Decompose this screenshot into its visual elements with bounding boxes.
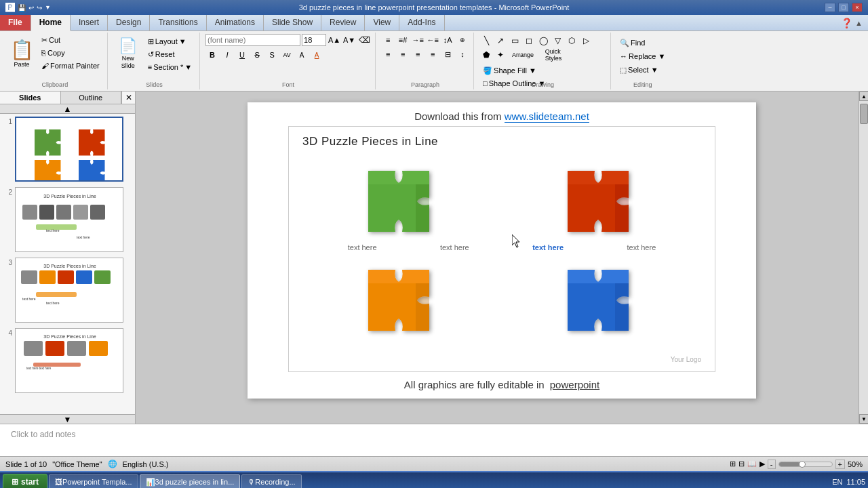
clear-format-btn[interactable]: ⌫	[357, 34, 371, 46]
decrease-indent-button[interactable]: ←≡	[426, 34, 439, 46]
char-spacing-button[interactable]: AV	[280, 49, 294, 61]
view-slide-sorter-icon[interactable]: ⊟	[738, 460, 745, 468]
zoom-thumb[interactable]	[799, 461, 806, 468]
quick-styles-button[interactable]: QuickStyles	[538, 48, 568, 62]
view-normal-icon[interactable]: ⊞	[730, 460, 736, 468]
quick-access-redo[interactable]: ↪	[37, 4, 42, 12]
help-icon[interactable]: ❓	[841, 18, 852, 28]
shadow-button[interactable]: S	[265, 49, 279, 61]
tab-animations[interactable]: Animations	[207, 15, 264, 30]
taskbar-item-3[interactable]: 🎙 Recording...	[241, 474, 301, 488]
view-reading-icon[interactable]: 📖	[747, 460, 757, 468]
paste-button[interactable]: 📋 Paste	[7, 34, 37, 75]
view-slideshow-icon[interactable]: ▶	[760, 460, 765, 468]
line-spacing-button[interactable]: ↕	[456, 48, 469, 60]
close-button[interactable]: ×	[852, 3, 863, 12]
font-size-increase[interactable]: A▲	[328, 34, 341, 46]
format-painter-button[interactable]: 🖌 Format Painter	[38, 60, 103, 72]
convert-smartart-button[interactable]: ⊕	[456, 34, 469, 46]
cut-button[interactable]: ✂ Cut	[38, 34, 103, 46]
scroll-up-button[interactable]: ▲	[859, 92, 868, 101]
tab-addins[interactable]: Add-Ins	[399, 15, 444, 30]
shape-btn-7[interactable]: ⬡	[565, 34, 578, 47]
shape-btn-9[interactable]: ⬟	[479, 48, 493, 62]
scroll-thumb-v[interactable]	[860, 104, 868, 124]
notes-area[interactable]: Click to add notes	[0, 424, 868, 456]
quick-access-dropdown[interactable]: ▼	[45, 4, 51, 11]
taskbar-item-1[interactable]: 🖼 Powerpoint Templa...	[49, 474, 138, 488]
shape-fill-button[interactable]: 🪣 Shape Fill ▼	[479, 64, 553, 77]
panel-scroll-up[interactable]: ▲	[0, 104, 135, 114]
shape-btn-5[interactable]: ◯	[536, 34, 550, 47]
tab-outline[interactable]: Outline	[61, 92, 122, 104]
italic-button[interactable]: I	[220, 49, 234, 61]
slide-thumb-2[interactable]: 3D Puzzle Pieces in Line text here	[15, 187, 123, 252]
shape-btn-10[interactable]: ✦	[494, 48, 507, 62]
slide-item-1[interactable]: 1	[3, 117, 132, 182]
shape-btn-8[interactable]: ▷	[579, 34, 593, 47]
maximize-button[interactable]: □	[838, 3, 849, 12]
numbered-list-button[interactable]: ≡#	[396, 34, 410, 46]
canvas-area[interactable]: Download this from www.slideteam.net 3D …	[136, 92, 868, 424]
replace-button[interactable]: ↔ Replace ▼	[616, 50, 669, 62]
arrange-button[interactable]: Arrange	[508, 48, 538, 62]
tab-insert[interactable]: Insert	[71, 15, 108, 30]
shape-btn-3[interactable]: ▭	[508, 34, 521, 47]
scroll-down-button[interactable]: ▼	[859, 414, 868, 424]
bold-button[interactable]: B	[205, 49, 219, 61]
tab-view[interactable]: View	[365, 15, 399, 30]
increase-indent-button[interactable]: →≡	[411, 34, 425, 46]
panel-scroll-down[interactable]: ▼	[0, 414, 135, 424]
slide-thumb-4[interactable]: 3D Puzzle Pieces in Line text here text …	[15, 328, 123, 393]
shape-btn-2[interactable]: ↗	[494, 34, 507, 47]
strikethrough-button[interactable]: S	[250, 49, 264, 61]
minimize-button[interactable]: –	[825, 3, 835, 12]
underline-button[interactable]: U	[235, 49, 249, 61]
bullets-button[interactable]: ≡	[381, 34, 395, 46]
text-direction-button[interactable]: ↕A	[441, 34, 454, 46]
align-left-button[interactable]: ≡	[381, 48, 395, 60]
zoom-slider[interactable]	[778, 462, 833, 467]
section-button[interactable]: ≡ Section * ▼	[144, 61, 195, 73]
slide-item-2[interactable]: 2 3D Puzzle Pieces in Line	[3, 187, 132, 252]
taskbar-item-2[interactable]: 📊 3d puzzle pieces in lin...	[140, 474, 241, 488]
download-link[interactable]: www.slideteam.net	[505, 110, 589, 123]
panel-close-button[interactable]: ✕	[121, 92, 135, 104]
font-size-input[interactable]	[302, 34, 326, 46]
zoom-minus-button[interactable]: -	[768, 460, 776, 469]
justify-button[interactable]: ≡	[426, 48, 439, 60]
tab-transitions[interactable]: Transitions	[150, 15, 206, 30]
align-center-button[interactable]: ≡	[396, 48, 410, 60]
start-button[interactable]: ⊞ start	[3, 474, 47, 488]
slide-item-4[interactable]: 4 3D Puzzle Pieces in Line text here tex…	[3, 328, 132, 393]
tab-design[interactable]: Design	[108, 15, 150, 30]
shape-btn-6[interactable]: ▽	[551, 34, 564, 47]
slide-thumb-3[interactable]: 3D Puzzle Pieces in Line text here text …	[15, 258, 123, 323]
tab-review[interactable]: Review	[321, 15, 365, 30]
quick-access-undo[interactable]: ↩	[28, 4, 34, 12]
font-size-decrease[interactable]: A▼	[342, 34, 356, 46]
tab-home[interactable]: Home	[31, 15, 71, 31]
slide-item-3[interactable]: 3 3D Puzzle Pieces in Line t	[3, 258, 132, 323]
tab-file[interactable]: File	[0, 15, 31, 30]
slides-content: 📄 NewSlide ⊞ Layout ▼ ↺ Reset ≡ Section …	[113, 34, 195, 88]
shape-btn-1[interactable]: ╲	[479, 34, 493, 47]
quick-access-save[interactable]: 💾	[18, 4, 26, 12]
shape-btn-4[interactable]: ◻	[522, 34, 536, 47]
align-right-button[interactable]: ≡	[411, 48, 425, 60]
minimize-ribbon-icon[interactable]: ▲	[855, 19, 863, 27]
reset-button[interactable]: ↺ Reset	[144, 48, 195, 60]
slide-thumb-1[interactable]	[15, 117, 123, 182]
font-bg-btn[interactable]: A	[310, 49, 323, 61]
layout-button[interactable]: ⊞ Layout ▼	[144, 35, 195, 47]
font-color-btn[interactable]: A	[295, 49, 309, 61]
new-slide-button[interactable]: 📄 NewSlide	[113, 34, 143, 75]
tab-slides[interactable]: Slides	[0, 92, 61, 104]
columns-button[interactable]: ⊟	[441, 48, 454, 60]
copy-button[interactable]: ⎘ Copy	[38, 47, 103, 59]
find-button[interactable]: 🔍 Find	[616, 37, 648, 49]
zoom-plus-button[interactable]: +	[835, 460, 845, 469]
select-button[interactable]: ⬚ Select ▼	[616, 64, 662, 76]
font-name-input[interactable]	[205, 34, 300, 46]
tab-slideshow[interactable]: Slide Show	[264, 15, 321, 30]
